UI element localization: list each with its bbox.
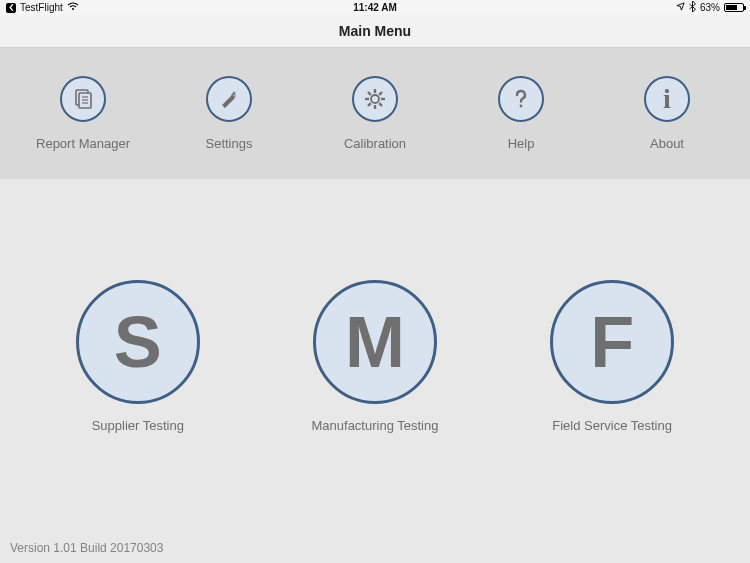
documents-icon bbox=[60, 76, 106, 122]
manufacturing-testing-icon: M bbox=[313, 280, 437, 404]
svg-line-14 bbox=[379, 92, 382, 95]
top-label: Settings bbox=[206, 136, 253, 151]
svg-point-0 bbox=[72, 8, 74, 10]
top-label: Help bbox=[508, 136, 535, 151]
letter-glyph: F bbox=[590, 306, 634, 378]
back-to-app-icon[interactable] bbox=[6, 3, 16, 13]
top-label: Report Manager bbox=[36, 136, 130, 151]
back-to-app-label[interactable]: TestFlight bbox=[20, 2, 63, 13]
title-bar: Main Menu bbox=[0, 15, 750, 48]
manufacturing-testing-button[interactable]: M Manufacturing Testing bbox=[312, 280, 439, 433]
svg-point-15 bbox=[520, 105, 523, 108]
question-icon bbox=[498, 76, 544, 122]
report-manager-button[interactable]: Report Manager bbox=[13, 76, 153, 151]
main-label: Field Service Testing bbox=[552, 418, 672, 433]
supplier-testing-icon: S bbox=[76, 280, 200, 404]
supplier-testing-button[interactable]: S Supplier Testing bbox=[76, 280, 200, 433]
top-label: Calibration bbox=[344, 136, 406, 151]
status-right: 63% bbox=[676, 1, 744, 14]
calibration-button[interactable]: Calibration bbox=[305, 76, 445, 151]
svg-line-13 bbox=[368, 103, 371, 106]
about-button[interactable]: i About bbox=[597, 76, 737, 151]
page-title: Main Menu bbox=[339, 23, 411, 39]
main-label: Supplier Testing bbox=[92, 418, 184, 433]
status-bar: TestFlight 11:42 AM 63% bbox=[0, 0, 750, 15]
wrench-icon bbox=[206, 76, 252, 122]
version-label: Version 1.01 Build 20170303 bbox=[10, 541, 163, 555]
wifi-icon bbox=[67, 2, 79, 13]
status-left: TestFlight bbox=[6, 2, 79, 13]
letter-glyph: S bbox=[114, 306, 162, 378]
info-icon: i bbox=[644, 76, 690, 122]
top-menu-strip: Report Manager Settings bbox=[0, 48, 750, 179]
main-label: Manufacturing Testing bbox=[312, 418, 439, 433]
letter-glyph: M bbox=[345, 306, 405, 378]
bluetooth-icon bbox=[689, 1, 696, 14]
field-service-testing-button[interactable]: F Field Service Testing bbox=[550, 280, 674, 433]
top-label: About bbox=[650, 136, 684, 151]
location-icon bbox=[676, 2, 685, 13]
svg-line-12 bbox=[379, 103, 382, 106]
main-menu-area: S Supplier Testing M Manufacturing Testi… bbox=[0, 179, 750, 533]
svg-point-6 bbox=[371, 95, 379, 103]
field-service-testing-icon: F bbox=[550, 280, 674, 404]
svg-line-11 bbox=[368, 92, 371, 95]
help-button[interactable]: Help bbox=[451, 76, 591, 151]
battery-icon bbox=[724, 3, 744, 12]
battery-pct: 63% bbox=[700, 2, 720, 13]
gear-icon bbox=[352, 76, 398, 122]
footer: Version 1.01 Build 20170303 bbox=[0, 533, 750, 563]
settings-button[interactable]: Settings bbox=[159, 76, 299, 151]
status-time: 11:42 AM bbox=[0, 2, 750, 13]
